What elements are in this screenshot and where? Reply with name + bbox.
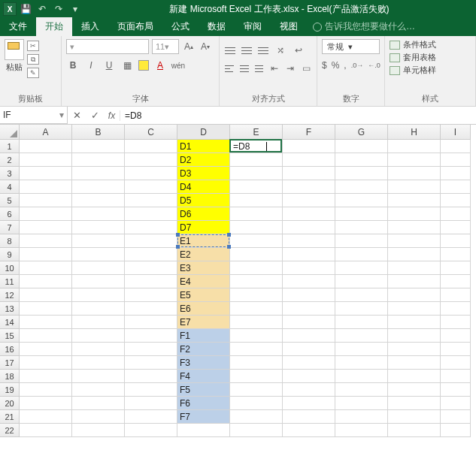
cell-F7[interactable] xyxy=(283,221,335,234)
cell-F15[interactable] xyxy=(283,329,335,343)
col-header-I[interactable]: I xyxy=(441,125,471,140)
cell-I17[interactable] xyxy=(441,356,471,370)
cell-G6[interactable] xyxy=(335,207,388,221)
cell-A14[interactable] xyxy=(20,316,72,329)
cell-D22[interactable] xyxy=(177,424,230,437)
bold-button[interactable]: B xyxy=(66,59,80,72)
tab-data[interactable]: 数据 xyxy=(199,17,235,36)
cell-B12[interactable] xyxy=(72,288,125,302)
cell-A12[interactable] xyxy=(20,288,72,302)
cell-B18[interactable] xyxy=(72,370,125,383)
row-header-8[interactable]: 8 xyxy=(0,234,20,248)
col-header-D[interactable]: D xyxy=(177,125,230,140)
cell-A20[interactable] xyxy=(20,397,72,410)
cell-G20[interactable] xyxy=(335,397,388,410)
cell-H3[interactable] xyxy=(388,167,441,180)
cell-B13[interactable] xyxy=(72,302,125,316)
cell-B22[interactable] xyxy=(72,424,125,437)
cell-E14[interactable] xyxy=(230,316,283,329)
cell-C13[interactable] xyxy=(125,302,177,316)
indent-dec-icon[interactable]: ⇤ xyxy=(268,62,280,75)
cell-F4[interactable] xyxy=(283,180,335,194)
cell-B5[interactable] xyxy=(72,194,125,207)
cell-A18[interactable] xyxy=(20,370,72,383)
cell-D7[interactable]: D7 xyxy=(177,221,230,234)
cell-C22[interactable] xyxy=(125,424,177,437)
cut-icon[interactable]: ✂ xyxy=(27,41,39,51)
col-header-G[interactable]: G xyxy=(335,125,388,140)
row-header-14[interactable]: 14 xyxy=(0,316,20,329)
cell-I5[interactable] xyxy=(441,194,471,207)
cell-I7[interactable] xyxy=(441,221,471,234)
cell-F3[interactable] xyxy=(283,167,335,180)
cell-C9[interactable] xyxy=(125,248,177,261)
cell-C20[interactable] xyxy=(125,397,177,410)
cell-A1[interactable] xyxy=(20,140,72,153)
cell-I12[interactable] xyxy=(441,288,471,302)
comma-icon[interactable]: , xyxy=(344,59,346,72)
font-color-icon[interactable]: A xyxy=(153,59,167,72)
cell-E7[interactable] xyxy=(230,221,283,234)
cell-B3[interactable] xyxy=(72,167,125,180)
cell-G18[interactable] xyxy=(335,370,388,383)
cell-D10[interactable]: E3 xyxy=(177,261,230,275)
cell-D17[interactable]: F3 xyxy=(177,356,230,370)
cell-A13[interactable] xyxy=(20,302,72,316)
row-header-9[interactable]: 9 xyxy=(0,248,20,261)
cell-F6[interactable] xyxy=(283,207,335,221)
cell-B17[interactable] xyxy=(72,356,125,370)
cell-I2[interactable] xyxy=(441,153,471,167)
cell-E18[interactable] xyxy=(230,370,283,383)
redo-icon[interactable]: ↷ xyxy=(51,2,66,17)
cell-G9[interactable] xyxy=(335,248,388,261)
cell-F14[interactable] xyxy=(283,316,335,329)
cell-I1[interactable] xyxy=(441,140,471,153)
cell-I14[interactable] xyxy=(441,316,471,329)
cell-F9[interactable] xyxy=(283,248,335,261)
cell-B1[interactable] xyxy=(72,140,125,153)
cell-B7[interactable] xyxy=(72,221,125,234)
cell-A11[interactable] xyxy=(20,275,72,288)
cell-E20[interactable] xyxy=(230,397,283,410)
border-icon[interactable]: ▦ xyxy=(120,59,134,72)
tab-home[interactable]: 开始 xyxy=(36,17,72,36)
cell-H10[interactable] xyxy=(388,261,441,275)
cell-D2[interactable]: D2 xyxy=(177,153,230,167)
cell-F2[interactable] xyxy=(283,153,335,167)
cell-A3[interactable] xyxy=(20,167,72,180)
cell-A5[interactable] xyxy=(20,194,72,207)
tab-layout[interactable]: 页面布局 xyxy=(108,17,162,36)
dec-decimal-icon[interactable]: ←.0 xyxy=(368,59,380,72)
cell-E16[interactable] xyxy=(230,343,283,356)
cell-F19[interactable] xyxy=(283,383,335,397)
row-header-6[interactable]: 6 xyxy=(0,207,20,221)
cell-H16[interactable] xyxy=(388,343,441,356)
cell-C6[interactable] xyxy=(125,207,177,221)
cell-D11[interactable]: E4 xyxy=(177,275,230,288)
cell-F22[interactable] xyxy=(283,424,335,437)
font-size[interactable]: 11▾ xyxy=(152,39,179,54)
cell-H13[interactable] xyxy=(388,302,441,316)
cancel-icon[interactable]: ✕ xyxy=(68,110,86,121)
cell-B19[interactable] xyxy=(72,383,125,397)
cell-A4[interactable] xyxy=(20,180,72,194)
cell-E1[interactable] xyxy=(230,140,283,153)
col-header-A[interactable]: A xyxy=(20,125,72,140)
underline-button[interactable]: U xyxy=(102,59,116,72)
cell-E4[interactable] xyxy=(230,180,283,194)
cell-E6[interactable] xyxy=(230,207,283,221)
app-icon[interactable]: X xyxy=(3,2,17,16)
decrease-font-icon[interactable]: A▾ xyxy=(199,40,212,53)
cell-A19[interactable] xyxy=(20,383,72,397)
cell-D1[interactable]: D1 xyxy=(177,140,230,153)
tab-review[interactable]: 审阅 xyxy=(235,17,271,36)
number-format[interactable]: 常规▾ xyxy=(322,39,380,54)
cell-I15[interactable] xyxy=(441,329,471,343)
cell-I16[interactable] xyxy=(441,343,471,356)
cell-F21[interactable] xyxy=(283,410,335,424)
cell-D5[interactable]: D5 xyxy=(177,194,230,207)
cell-D20[interactable]: F6 xyxy=(177,397,230,410)
cell-F12[interactable] xyxy=(283,288,335,302)
cell-H15[interactable] xyxy=(388,329,441,343)
inc-decimal-icon[interactable]: .0→ xyxy=(351,59,364,72)
